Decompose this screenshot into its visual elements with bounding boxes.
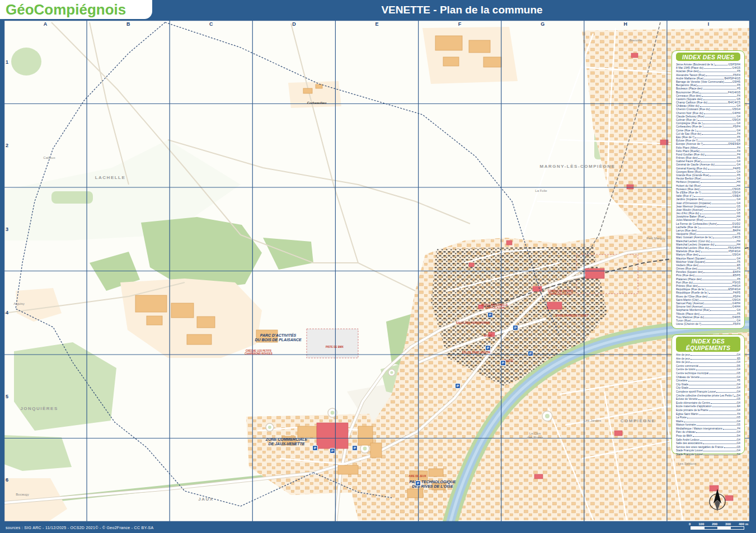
street-name: Melchior Vidal (Square): [676, 260, 705, 263]
grid-reference: G4: [737, 386, 740, 389]
street-name: Usine (Chemin de l'): [676, 322, 701, 326]
grid-reference: G4: [737, 368, 740, 371]
dotted-leader: [703, 307, 732, 308]
dotted-leader: [703, 144, 727, 145]
dotted-leader: [703, 100, 736, 100]
grid-reference: F5: [737, 379, 740, 382]
grid-reference: F5/F4/G4: [729, 249, 740, 253]
street-name: Platanes (Place des): [676, 277, 702, 281]
street-name: Chemin Noir (Rue du): [676, 111, 703, 115]
grid-reference: C4/C5: [732, 235, 740, 239]
street-name: Europe (Avenue de l'): [676, 142, 703, 145]
grid-reference: G5/F5/H4: [728, 63, 740, 66]
street-name: Rives de l'Oise (Rue des): [676, 295, 708, 298]
street-name: Hureaux (Rue des): [676, 187, 699, 191]
scale-tick: 400 m: [739, 522, 748, 526]
grid-reference: F4: [737, 413, 740, 416]
dotted-leader: [700, 152, 736, 152]
dotted-leader: [684, 422, 736, 422]
grid-row-number: 5: [6, 355, 15, 438]
equipment-name: Complexe sportif François Louvet: [676, 390, 716, 393]
grid-reference: G5: [736, 139, 740, 142]
street-name: Général de Gaulle (Avenue du): [676, 163, 715, 166]
grid-reference: G5/G4: [732, 298, 740, 301]
dotted-leader: [725, 82, 732, 83]
dotted-leader: [703, 272, 732, 273]
grid-reference: G4: [737, 453, 740, 456]
equipment-name: Centre technique municipal: [676, 372, 708, 375]
dotted-leader: [698, 158, 736, 159]
grid-reference: E5/F4/G4: [729, 287, 740, 291]
grid-reference: D4: [737, 394, 740, 397]
grid-reference: G4: [736, 201, 740, 205]
grid-reference: F5: [737, 173, 740, 177]
equipment-index-row: Complexe sportif François Louvet G4: [676, 390, 740, 394]
grid-reference: G4: [736, 121, 740, 125]
grid-reference: H4/G4: [732, 284, 740, 287]
dotted-leader: [704, 114, 732, 114]
grid-reference: G4: [737, 438, 740, 441]
equipment-index-row: Salle André Ledoux G4: [676, 438, 740, 442]
grid-column-letter: H: [584, 21, 667, 30]
grid-reference: E5/F5: [733, 273, 740, 277]
dotted-leader: [702, 324, 732, 325]
dotted-leader: [705, 117, 736, 117]
dotted-leader: [707, 207, 736, 207]
street-name: Turon (Rue): [676, 319, 691, 322]
dotted-leader: [703, 444, 736, 444]
street-name: Eau (Rue de l'): [676, 135, 694, 139]
dotted-leader: [699, 414, 736, 415]
grid-reference: G5: [737, 398, 740, 400]
equipment-index-panel: INDEX DES ÉQUIPEMENTS Aire de jeux G4 Ai…: [672, 334, 745, 454]
grid-reference: G5: [736, 205, 740, 208]
equipment-index-row: Parc du château G4: [676, 431, 740, 435]
dotted-leader: [689, 388, 736, 389]
grid-reference: F5/G4/H4: [728, 246, 740, 249]
left-border: [0, 20, 4, 522]
grid-reference: G5: [737, 423, 740, 426]
brand-logo-text: GéoCompiégnois: [6, 1, 126, 18]
dotted-leader: [689, 385, 736, 385]
dotted-leader: [693, 436, 736, 437]
street-name: Colmar (Rue de ): [676, 118, 697, 121]
dotted-leader: [691, 355, 736, 356]
dotted-leader: [706, 76, 732, 76]
grid-reference: G4: [736, 115, 740, 118]
equipment-index-row: Centre technique municipal G5: [676, 372, 740, 376]
street-name: Italie (Rue d' ): [676, 194, 693, 197]
dotted-leader: [704, 79, 724, 79]
dotted-leader: [697, 425, 736, 426]
dotted-leader: [698, 141, 736, 141]
dotted-leader: [688, 381, 737, 381]
street-name: Félix Plant (Allée): [676, 146, 698, 149]
street-name: Maréchal Leclerc (Impasse du): [676, 243, 715, 246]
street-name: Vacquerie (Rue): [676, 232, 696, 235]
dotted-leader: [702, 96, 736, 97]
dotted-leader: [708, 103, 727, 103]
grid-reference: H4: [737, 184, 740, 187]
grid-reference: G4: [736, 159, 740, 163]
north-arrow-icon: [706, 487, 729, 513]
grid-reference: G4: [737, 383, 740, 386]
dotted-leader: [734, 396, 736, 397]
street-name: Port (Rue du): [676, 281, 693, 284]
scale-tick-labels: 0100200300400 m: [689, 522, 748, 526]
street-name: Hector Berlioz (Rue): [676, 177, 701, 180]
grid-reference: H4: [737, 243, 740, 246]
dotted-leader: [702, 193, 732, 194]
dotted-leader: [703, 455, 736, 455]
grid-reference: G4: [737, 361, 740, 364]
grid-reference: G4: [737, 409, 740, 412]
grid-reference: F5: [737, 87, 740, 90]
dotted-leader: [700, 378, 736, 378]
dotted-leader: [697, 86, 736, 86]
equipment-name: Église Saint Martin: [676, 413, 698, 416]
equipment-name: City-Stade: [676, 386, 688, 389]
street-name: Marc Gossart (Avenue de la ): [676, 235, 712, 239]
equipment-index-row: École élémentaire du Centre G4: [676, 402, 740, 405]
grid-reference: G5: [737, 446, 740, 449]
grid-reference: G4: [736, 163, 740, 166]
brand-box: GéoCompiégnois: [0, 0, 152, 19]
grid-row-number: 3: [6, 187, 15, 271]
grid-reference: D5/E5/E4: [729, 142, 740, 145]
